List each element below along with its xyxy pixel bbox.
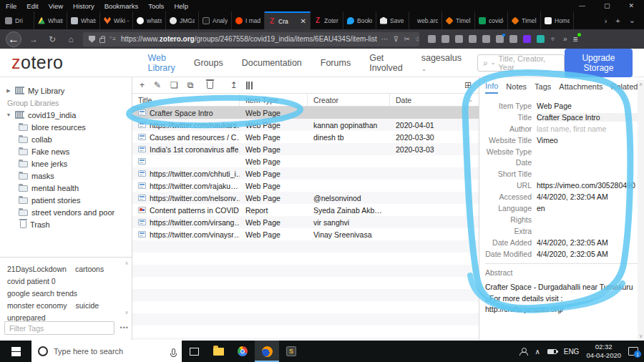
home-button[interactable]: ⌂ <box>64 34 77 44</box>
extension-icon[interactable] <box>482 35 490 43</box>
browser-tab[interactable]: web.archi ✕ <box>409 11 442 29</box>
toolbar-icon[interactable] <box>207 82 213 89</box>
info-field[interactable]: Language en <box>485 202 644 214</box>
table-row[interactable]: https://twitter.com/nelsonv… Web Page @n… <box>132 192 479 204</box>
browser-tab[interactable]: Whats ✕ <box>67 11 100 29</box>
tag-item[interactable]: covid patient 0 <box>7 275 56 288</box>
browser-tab[interactable]: Wiki - ✕ <box>100 11 133 29</box>
extension-icon[interactable] <box>537 35 545 43</box>
reload-button[interactable]: ↻ <box>46 34 59 44</box>
task-view-button[interactable] <box>182 341 206 362</box>
minimize-button[interactable]: — <box>579 2 585 9</box>
column-header-date[interactable]: Date⌄ <box>390 94 479 106</box>
detail-tab[interactable]: Tags <box>535 82 551 93</box>
firefox-button[interactable] <box>255 341 279 362</box>
sidebar-item[interactable]: patient stories <box>0 194 132 206</box>
back-button[interactable]: ← <box>6 31 21 47</box>
table-row[interactable]: https://twitter.com/virsang… Web Page vi… <box>132 216 479 228</box>
forward-button[interactable]: → <box>27 34 40 44</box>
tag-options-button[interactable]: ••• <box>120 324 129 331</box>
tray-expand-chevron-icon[interactable]: ∧ <box>535 348 540 356</box>
extension-icon[interactable] <box>428 35 436 43</box>
browser-tab[interactable]: covid- ✕ <box>475 11 508 29</box>
extension-icon[interactable] <box>455 35 463 43</box>
scroll-up-icon[interactable]: ∧ <box>639 82 643 87</box>
tag-scrollbar[interactable]: ∧ ∨ <box>123 260 130 315</box>
page-scrollbar[interactable]: ∧ ∨ <box>638 80 644 341</box>
detail-tab[interactable]: Related <box>611 82 638 93</box>
table-row[interactable]: https://twitter.com/chhuti_i… Web Page <box>132 167 479 180</box>
info-field[interactable]: Date <box>485 157 644 168</box>
disclosure-triangle-icon[interactable]: ▶ <box>6 88 11 94</box>
page-actions-icon[interactable]: ⋯ <box>381 35 389 43</box>
overflow-chevrons-icon[interactable]: » <box>563 35 567 43</box>
browser-tab[interactable]: whats ✕ <box>133 11 166 29</box>
sidebar-item[interactable]: ▶ My Library <box>0 84 132 97</box>
close-button[interactable]: ✕ <box>628 2 634 9</box>
toolbar-icon[interactable]: ⊞ <box>464 81 472 89</box>
lock-icon[interactable] <box>99 38 105 43</box>
search-scope-chevron-icon[interactable]: ⌄ <box>491 59 496 66</box>
scroll-down-icon[interactable]: ∨ <box>639 333 643 339</box>
table-row[interactable]: Crafter Space Intro Web Page <box>132 107 479 119</box>
info-field[interactable]: Short Title <box>485 168 644 180</box>
user-menu[interactable]: sagesalus ⌄ <box>421 53 462 73</box>
toolbar-icon[interactable] <box>246 82 254 89</box>
browser-tab[interactable]: Bookn ✕ <box>343 11 376 29</box>
table-row[interactable]: Causes and resources / C… Web Page dines… <box>132 131 479 143</box>
scroll-tabs-right-button[interactable]: › <box>605 16 608 25</box>
toolbar-icon[interactable]: ↥ <box>230 81 237 89</box>
sidebar-item[interactable]: blore resources <box>0 121 132 133</box>
info-field[interactable]: Rights <box>485 214 644 225</box>
browser-tab[interactable]: Timeli ✕ <box>442 11 475 29</box>
browser-tab[interactable]: Cra ✕ <box>265 11 311 29</box>
menu-item[interactable]: History <box>73 2 94 10</box>
table-row[interactable]: Web Page <box>132 155 479 167</box>
info-field[interactable]: Author last name, first name <box>485 123 644 134</box>
browser-tab[interactable]: Zoter ✕ <box>311 11 343 29</box>
people-icon[interactable] <box>519 348 527 356</box>
tag-item[interactable]: monster economy <box>7 300 67 312</box>
sidebar-item[interactable]: Fake news <box>0 145 132 157</box>
extension-icon[interactable] <box>523 35 531 43</box>
language-indicator[interactable]: ENG <box>564 348 580 356</box>
tab-list-dropdown[interactable]: ⌄ <box>629 16 635 25</box>
menu-item[interactable]: Tools <box>148 2 164 10</box>
column-header-creator[interactable]: Creator <box>308 94 390 106</box>
tag-item[interactable]: suicide <box>75 300 99 312</box>
menu-item[interactable]: Bookmarks <box>104 2 139 10</box>
table-row[interactable]: Content patterns in COVID… Report Syeda … <box>132 204 479 216</box>
browser-tab[interactable]: JMGa ✕ <box>166 11 199 29</box>
tag-item[interactable]: 21DaysLockdown <box>7 263 67 275</box>
menu-item[interactable]: Edit <box>26 2 38 10</box>
info-field[interactable]: Accessed 4/4/2020, 2:32:04 AM <box>485 191 644 202</box>
rss-icon[interactable]: ᯤ <box>550 35 557 43</box>
abstract-text[interactable]: Crafter Space - Durgadahalli near Tumaku… <box>485 282 634 315</box>
battery-icon[interactable] <box>547 349 557 354</box>
browser-tab[interactable]: Dri ✕ <box>1 11 34 29</box>
site-nav-link[interactable]: Web Library <box>147 53 175 73</box>
filter-tags-input[interactable]: Filter Tags <box>4 321 114 335</box>
extension-icon[interactable] <box>496 35 504 43</box>
browser-tab[interactable]: I mad ✕ <box>232 11 265 29</box>
table-row[interactable]: https://twitter.com/vinaysr… Web Page Vi… <box>132 228 479 240</box>
tag-item[interactable]: google search trends <box>7 288 77 300</box>
bookmark-star-icon[interactable]: ☆ <box>415 35 419 43</box>
close-tab-icon[interactable]: ✕ <box>301 17 306 25</box>
disclosure-triangle-icon[interactable]: ▼ <box>6 112 11 117</box>
column-picker-chevron-icon[interactable]: ⌄ <box>468 97 473 103</box>
upgrade-storage-button[interactable]: Upgrade Storage <box>565 49 633 77</box>
microphone-icon[interactable] <box>172 348 175 355</box>
pocket-icon[interactable]: ⊽ <box>394 35 399 43</box>
browser-tab[interactable]: Timeli ✕ <box>508 11 541 29</box>
browser-tab[interactable]: Save P ✕ <box>376 11 409 29</box>
screenshot-icon[interactable]: ✂ <box>404 35 409 43</box>
extension-icon[interactable] <box>509 35 517 43</box>
tag-item[interactable]: cartoons <box>75 263 104 275</box>
info-field[interactable]: Item Type Web Page <box>485 100 644 112</box>
taskbar-search-input[interactable]: Type here to search <box>31 341 182 362</box>
extension-icon[interactable] <box>441 35 449 43</box>
menu-item[interactable]: View <box>49 2 63 10</box>
table-row[interactable]: India's 1st coronavirus affe… Web Page 2… <box>132 143 479 155</box>
toolbar-icon[interactable]: ✎ <box>154 81 161 89</box>
